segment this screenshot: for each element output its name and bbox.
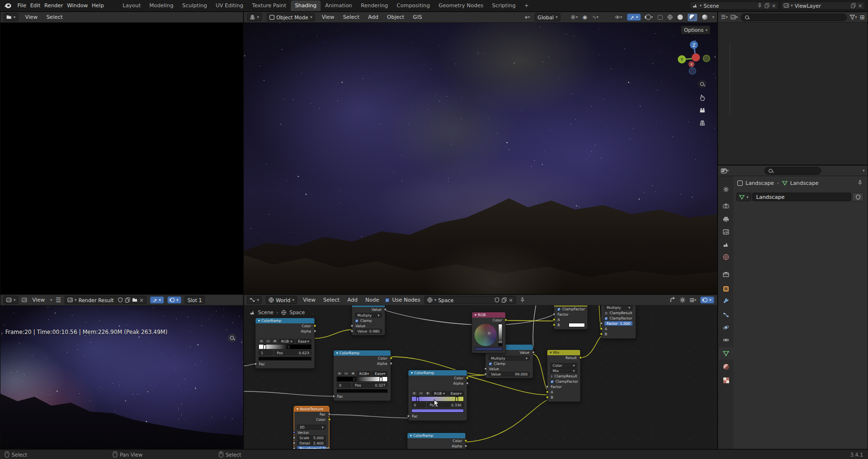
editor-type-button[interactable]: ▾ bbox=[3, 296, 18, 304]
stop-color-swatch[interactable] bbox=[411, 409, 464, 413]
viewport-canvas[interactable]: Options▾ Z Y X ‹ bbox=[244, 23, 717, 294]
editor-type-button[interactable]: ☰▾ bbox=[721, 14, 728, 20]
stop-index-field[interactable]: 1 bbox=[258, 350, 273, 355]
shading-dropdown-icon[interactable]: ▾ bbox=[712, 15, 714, 19]
camera-view-icon[interactable] bbox=[699, 107, 705, 113]
new-scene-icon[interactable] bbox=[764, 3, 770, 8]
shading-rendered-icon[interactable] bbox=[702, 14, 707, 20]
fake-user-shield-icon[interactable] bbox=[118, 297, 123, 303]
operation-dropdown[interactable]: Multiply▾ bbox=[355, 313, 382, 318]
properties-search[interactable] bbox=[764, 167, 821, 175]
transform-pivot-icon[interactable]: ⌖▾ bbox=[525, 14, 530, 21]
shading-solid-icon[interactable] bbox=[678, 14, 683, 20]
stop-color-swatch[interactable] bbox=[258, 357, 312, 361]
node-math-1[interactable]: Value Multiply▾ ✓Clamp Value Value0.980 bbox=[352, 304, 385, 335]
tab-animation[interactable]: Animation bbox=[321, 0, 356, 11]
menu-window[interactable]: Window bbox=[65, 2, 90, 9]
tab-view-layer[interactable] bbox=[719, 225, 733, 238]
tab-texture-paint[interactable]: Texture Paint bbox=[248, 0, 291, 11]
menu-view[interactable]: View bbox=[23, 14, 40, 20]
new-collection-icon[interactable]: ⊞ bbox=[860, 14, 865, 21]
add-workspace-button[interactable]: + bbox=[520, 0, 533, 11]
tab-object[interactable] bbox=[719, 282, 733, 295]
use-nodes-toggle[interactable]: ✓ Use Nodes bbox=[385, 297, 420, 303]
node-colorramp-3[interactable]: ▾ColorRamp Color Alpha + − ▾ RGB▾ Ease▾ … bbox=[408, 370, 467, 421]
scene-selector[interactable]: ▾ Scene ✕ bbox=[690, 1, 779, 10]
clamp-factor-checkbox[interactable]: ✓ClampFactor bbox=[601, 316, 636, 321]
menu-add[interactable]: Add bbox=[366, 14, 380, 20]
menu-file[interactable]: File bbox=[15, 2, 28, 9]
falloff-curve-icon[interactable]: ∿▾ bbox=[592, 14, 598, 20]
region-arrow-left[interactable]: › bbox=[1, 331, 3, 336]
remove-stop-button[interactable]: − bbox=[265, 339, 271, 344]
ramp-options-icon[interactable]: ▾ bbox=[272, 339, 278, 344]
add-stop-button[interactable]: + bbox=[337, 371, 342, 376]
tab-constraints[interactable] bbox=[719, 334, 733, 346]
viewport-editor[interactable]: ▾ Object Mode▾ View Select Add Object GI… bbox=[244, 12, 718, 294]
blend-mode-dropdown[interactable]: Mix▾ bbox=[550, 368, 577, 373]
unlink-world-icon[interactable]: ✕ bbox=[509, 297, 513, 303]
shading-wireframe-icon[interactable] bbox=[667, 14, 673, 20]
menu-view[interactable]: View bbox=[30, 297, 47, 303]
display-mode-icon[interactable]: ▾ bbox=[731, 14, 738, 20]
menu-gis[interactable]: GIS bbox=[411, 14, 424, 20]
editor-type-button[interactable]: ▾ bbox=[247, 13, 262, 21]
tab-compositing[interactable]: Compositing bbox=[393, 0, 434, 11]
tab-tool[interactable] bbox=[719, 183, 733, 195]
tab-layout[interactable]: Layout bbox=[118, 0, 145, 11]
color-mode-dropdown[interactable]: RGB▾ bbox=[432, 391, 448, 396]
data-type-dropdown[interactable]: Color▾ bbox=[550, 363, 577, 368]
unlink-scene-icon[interactable]: ✕ bbox=[772, 3, 776, 9]
menu-node[interactable]: Node bbox=[363, 297, 381, 303]
world-datablock-selector[interactable]: ▾ Space ✕ bbox=[424, 296, 516, 304]
menu-add[interactable]: Add bbox=[345, 297, 359, 303]
pan-hand-icon[interactable] bbox=[699, 95, 705, 101]
stop-index-field[interactable]: 0 bbox=[337, 383, 351, 388]
b-color-swatch[interactable] bbox=[569, 323, 585, 327]
factor-field[interactable]: Factor1.000 bbox=[604, 321, 633, 326]
zoom-icon[interactable] bbox=[698, 80, 706, 88]
image-selector[interactable]: ▾ Render Result ✕ bbox=[65, 296, 147, 304]
pin-icon[interactable] bbox=[757, 3, 762, 8]
node-noise-texture[interactable]: ▾NoiseTexture Fac Color 3D▾ Vector Scale… bbox=[294, 406, 329, 449]
render-result-canvas[interactable]: Frame:20 | Time:00:10.56 | Mem:226.90M (… bbox=[0, 306, 243, 449]
node-rgb[interactable]: ▾RGB Color bbox=[472, 312, 506, 353]
snap-mode-icon[interactable]: ⊞▾ bbox=[690, 297, 696, 304]
stop-position-field[interactable]: Pos0.336 bbox=[427, 403, 464, 407]
fake-user-shield-icon[interactable] bbox=[852, 193, 864, 201]
open-image-icon[interactable] bbox=[132, 297, 137, 303]
properties-options-icon[interactable]: ▾ bbox=[863, 168, 865, 173]
tab-scripting[interactable]: Scripting bbox=[488, 0, 520, 11]
menu-view[interactable]: View bbox=[301, 297, 317, 303]
show-object-types-icon[interactable]: ▾ bbox=[615, 14, 622, 20]
node-colorramp-1[interactable]: ▾ColorRamp Color Alpha + − ▾ RGB▾ Ease▾ … bbox=[255, 318, 315, 369]
gizmos-toggle-icon[interactable]: ↗▾ bbox=[150, 296, 164, 304]
menu-select[interactable]: Select bbox=[44, 14, 65, 20]
gizmos-toggle-icon[interactable]: ↗▾ bbox=[627, 14, 641, 21]
tab-rendering[interactable]: Rendering bbox=[356, 0, 392, 11]
stop-position-field[interactable]: Pos0.623 bbox=[274, 350, 312, 355]
shader-editor[interactable]: ▾ World▾ View Select Add Node ✓ Use Node… bbox=[244, 294, 718, 449]
zoom-icon[interactable] bbox=[228, 334, 236, 342]
overlays-toggle-icon[interactable]: ▾ bbox=[646, 14, 653, 20]
node-mix[interactable]: ▾Mix Result Color▾ Mix▾ ClampResult ✓Cla… bbox=[547, 349, 581, 402]
menu-help[interactable]: Help bbox=[90, 2, 106, 9]
navigation-gizmo[interactable]: Z Y X bbox=[677, 39, 711, 76]
blender-logo-icon[interactable] bbox=[4, 3, 12, 9]
tab-scene[interactable] bbox=[719, 238, 733, 250]
tab-texture[interactable] bbox=[719, 374, 733, 387]
fake-user-shield-icon[interactable] bbox=[494, 297, 500, 303]
new-image-icon[interactable] bbox=[125, 297, 130, 303]
new-world-icon[interactable] bbox=[502, 297, 507, 303]
breadcrumb-object[interactable]: Landscape bbox=[746, 180, 774, 186]
remove-stop-button[interactable]: − bbox=[418, 391, 424, 396]
color-mode-dropdown[interactable]: RGB▾ bbox=[279, 339, 295, 344]
snap-magnet-icon[interactable] bbox=[679, 297, 686, 303]
clamp-checkbox[interactable]: ✓Clamp bbox=[486, 361, 533, 366]
value-field[interactable]: Value0.980 bbox=[355, 329, 382, 334]
remove-stop-button[interactable]: − bbox=[343, 371, 349, 376]
color-mode-dropdown[interactable]: RGB▾ bbox=[357, 371, 371, 376]
tab-render[interactable] bbox=[719, 199, 733, 212]
pin-id-icon[interactable] bbox=[857, 180, 863, 185]
menu-object[interactable]: Object bbox=[385, 14, 407, 20]
